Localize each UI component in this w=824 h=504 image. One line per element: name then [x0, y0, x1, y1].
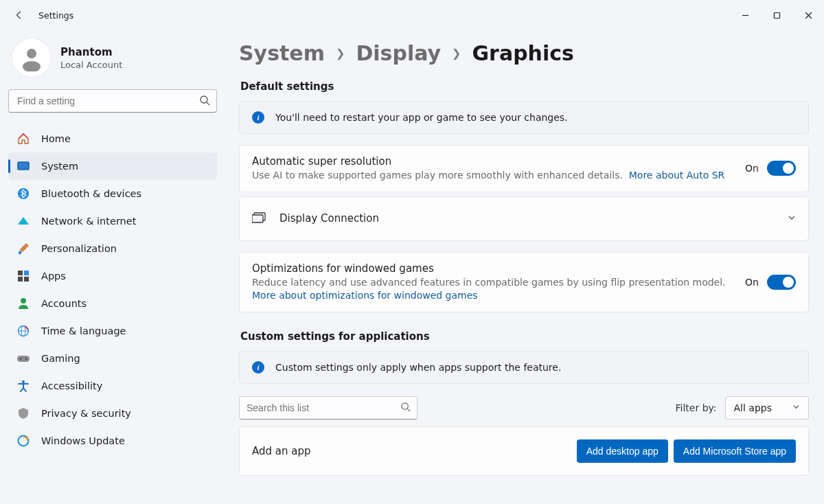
nav-label: Apps: [41, 271, 66, 282]
nav-label: Time & language: [41, 325, 126, 336]
accessibility-icon: [16, 380, 30, 392]
nav-label: Bluetooth & devices: [41, 188, 141, 199]
globe-icon: [16, 325, 30, 337]
nav-system[interactable]: System: [8, 152, 217, 180]
gamepad-icon: [16, 354, 30, 363]
toggle-state: On: [745, 277, 759, 288]
profile-block[interactable]: Phantom Local Account: [8, 37, 217, 89]
card-display-connection[interactable]: Display Connection: [239, 196, 809, 241]
nav-label: Accounts: [41, 298, 87, 309]
card-desc: Reduce latency and use advanced features…: [252, 277, 726, 288]
svg-rect-13: [24, 277, 29, 282]
system-icon: [16, 161, 30, 171]
profile-name: Phantom: [60, 46, 122, 58]
nav-privacy[interactable]: Privacy & security: [8, 400, 217, 427]
filter-dropdown[interactable]: All apps: [725, 396, 809, 420]
card-title: Automatic super resolution: [252, 155, 733, 168]
nav-accounts[interactable]: Accounts: [8, 290, 217, 317]
add-desktop-app-button[interactable]: Add desktop app: [577, 439, 668, 463]
svg-point-3: [23, 61, 41, 71]
apps-icon: [16, 270, 30, 282]
nav-home[interactable]: Home: [8, 125, 217, 152]
chevron-down-icon: [788, 214, 796, 224]
nav-label: Network & internet: [41, 216, 136, 227]
svg-point-19: [20, 358, 21, 359]
nav-label: Windows Update: [41, 435, 125, 446]
brush-icon: [16, 242, 30, 255]
info-text: Custom settings only apply when apps sup…: [275, 362, 561, 373]
add-app-label: Add an app: [252, 445, 577, 457]
breadcrumb-root[interactable]: System: [239, 41, 325, 65]
nav-label: System: [41, 161, 78, 172]
nav-bluetooth[interactable]: Bluetooth & devices: [8, 180, 217, 207]
info-icon: i: [252, 111, 264, 124]
nav-accessibility[interactable]: Accessibility: [8, 372, 217, 400]
maximize-button[interactable]: [761, 0, 792, 30]
minimize-button[interactable]: [729, 0, 761, 30]
avatar: [12, 38, 51, 77]
svg-point-14: [21, 298, 26, 303]
list-search-input[interactable]: [239, 396, 417, 420]
nav-time[interactable]: Time & language: [8, 317, 217, 345]
card-add-app: Add an app Add desktop app Add Microsoft…: [239, 426, 809, 476]
nav-apps[interactable]: Apps: [8, 262, 217, 290]
update-icon: [16, 435, 30, 447]
info-icon: i: [252, 361, 264, 374]
display-connection-icon: [252, 212, 267, 225]
nav-personalization[interactable]: Personalization: [8, 235, 217, 262]
toggle-state: On: [745, 163, 759, 174]
svg-point-9: [19, 251, 21, 254]
bluetooth-icon: [16, 187, 30, 200]
section-default-settings: Default settings: [240, 80, 809, 93]
list-search[interactable]: [239, 396, 417, 420]
back-button[interactable]: [11, 7, 27, 23]
info-restart-banner: i You'll need to restart your app or gam…: [239, 101, 809, 134]
card-title: Display Connection: [279, 212, 775, 225]
svg-line-5: [207, 102, 209, 105]
breadcrumb-mid[interactable]: Display: [356, 41, 441, 65]
main-content: System ❯ Display ❯ Graphics Default sett…: [225, 30, 824, 504]
nav-update[interactable]: Windows Update: [8, 427, 217, 455]
person-icon: [16, 297, 30, 310]
info-text: You'll need to restart your app or game …: [275, 112, 568, 123]
toggle-windowed[interactable]: [767, 275, 796, 290]
svg-rect-25: [252, 215, 263, 222]
nav-network[interactable]: Network & internet: [8, 207, 217, 235]
info-custom-banner: i Custom settings only apply when apps s…: [239, 351, 809, 384]
card-title: Optimizations for windowed games: [252, 262, 733, 275]
svg-rect-6: [18, 162, 29, 170]
toggle-auto-sr[interactable]: [767, 161, 796, 176]
card-windowed-optimizations[interactable]: Optimizations for windowed games Reduce …: [239, 252, 809, 312]
svg-point-2: [27, 49, 36, 58]
nav-label: Gaming: [41, 353, 80, 364]
svg-line-27: [407, 409, 410, 411]
nav-label: Privacy & security: [41, 408, 131, 419]
chevron-right-icon: ❯: [452, 47, 461, 60]
link-windowed-opt[interactable]: More about optimizations for windowed ga…: [252, 290, 478, 301]
search-input[interactable]: [8, 89, 217, 113]
card-auto-super-resolution[interactable]: Automatic super resolution Use AI to mak…: [239, 145, 809, 192]
titlebar: Settings: [0, 0, 824, 30]
profile-subtitle: Local Account: [60, 60, 122, 70]
add-store-app-button[interactable]: Add Microsoft Store app: [674, 439, 796, 463]
sidebar: Phantom Local Account Home System Blueto…: [0, 30, 225, 504]
link-auto-sr[interactable]: More about Auto SR: [629, 170, 725, 181]
close-button[interactable]: [792, 0, 824, 30]
search-box[interactable]: [8, 89, 217, 113]
nav-gaming[interactable]: Gaming: [8, 345, 217, 372]
chevron-down-icon: [792, 402, 800, 413]
section-custom-settings: Custom settings for applications: [240, 330, 809, 343]
nav-label: Home: [41, 133, 71, 144]
svg-rect-18: [17, 356, 30, 362]
svg-rect-11: [24, 271, 29, 275]
svg-rect-1: [774, 12, 779, 18]
svg-rect-10: [18, 271, 23, 275]
filter-label: Filter by:: [676, 402, 717, 413]
search-icon: [199, 95, 210, 108]
svg-point-21: [22, 380, 25, 383]
svg-point-20: [25, 358, 27, 359]
wifi-icon: [16, 216, 30, 227]
nav-label: Accessibility: [41, 380, 102, 391]
search-icon: [400, 402, 411, 414]
svg-point-4: [201, 96, 207, 103]
